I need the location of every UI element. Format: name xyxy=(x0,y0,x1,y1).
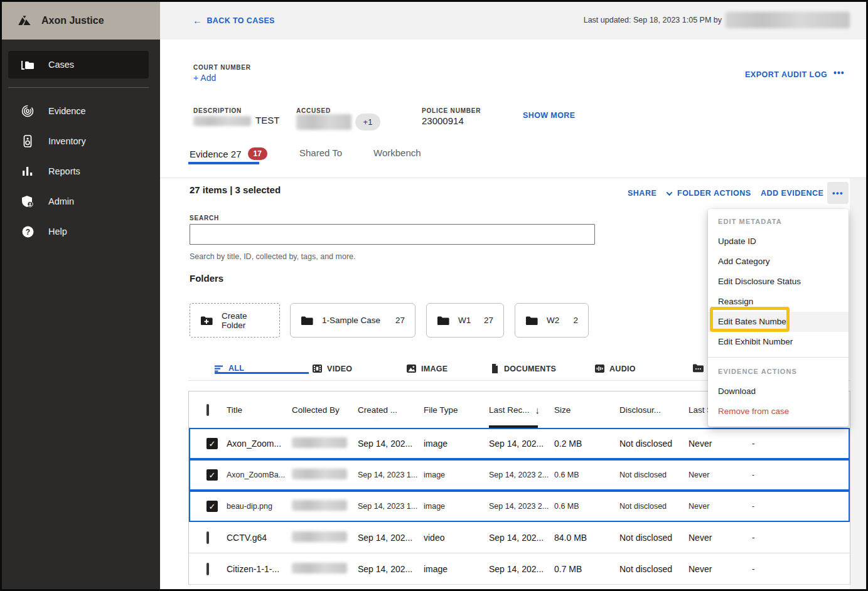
tab-evidence[interactable]: Evidence 27 17 xyxy=(190,147,267,160)
police-number-label: POLICE NUMBER xyxy=(422,107,481,114)
show-more-button[interactable]: SHOW MORE xyxy=(523,111,575,120)
table-row[interactable]: Citizen-1-1-... Sep 14, 202... image Sep… xyxy=(189,553,850,585)
filter-tab-label: VIDEO xyxy=(327,365,352,373)
cell-last-rec: Sep 14, 202... xyxy=(489,439,554,449)
evidence-badge: 17 xyxy=(248,147,267,160)
sidebar-item-help[interactable]: ? Help xyxy=(2,216,160,247)
sidebar-item-evidence[interactable]: Evidence xyxy=(2,96,160,126)
description-label: DESCRIPTION xyxy=(193,107,242,114)
cell-last-shared: Never xyxy=(689,533,752,543)
table-row[interactable]: CCTV.g64 Sep 14, 202... video Sep 14, 20… xyxy=(189,522,850,553)
cell-created: Sep 14, 2023 1... xyxy=(358,502,424,511)
filter-tab-label: IMAGE xyxy=(421,365,447,373)
add-court-number-link[interactable]: + Add xyxy=(193,73,216,83)
documents-icon xyxy=(491,364,499,373)
axon-logo-icon xyxy=(18,14,31,28)
folder-chip[interactable]: 1-Sample Case 27 xyxy=(290,303,415,338)
column-header-file-type[interactable]: File Type xyxy=(424,405,489,415)
audio-icon xyxy=(595,364,604,373)
folder-name: 1-Sample Case xyxy=(322,316,380,325)
export-audit-log-button[interactable]: EXPORT AUDIT LOG xyxy=(745,70,827,79)
row-checkbox-checked[interactable]: ✓ xyxy=(206,469,218,481)
filter-tab-video[interactable]: VIDEO xyxy=(313,364,352,373)
folder-icon xyxy=(437,316,449,326)
court-number-label: COURT NUMBER xyxy=(193,64,251,71)
create-folder-icon xyxy=(200,316,213,326)
column-header-size[interactable]: Size xyxy=(554,405,619,415)
police-number-value: 23000914 xyxy=(422,115,464,126)
column-header-last-rec[interactable]: Last Rec... ↓ xyxy=(489,405,554,415)
table-row[interactable]: ✓ Axon_Zoom... Sep 14, 202... image Sep … xyxy=(189,428,850,459)
menu-item-edit-disclosure-status[interactable]: Edit Disclosure Status xyxy=(708,272,849,292)
back-to-cases-link[interactable]: ← BACK TO CASES xyxy=(193,15,275,26)
cell-title: CCTV.g64 xyxy=(227,533,292,543)
cell-created: Sep 14, 202... xyxy=(358,564,424,574)
search-input[interactable] xyxy=(190,224,595,245)
filter-tab-all[interactable]: ALL xyxy=(215,364,244,373)
topbar: ← BACK TO CASES Last updated: Sep 18, 20… xyxy=(160,2,866,40)
sidebar-item-inventory[interactable]: Inventory xyxy=(2,126,160,156)
column-header-last-rec-label: Last Rec... xyxy=(489,405,530,415)
case-more-icon[interactable]: ••• xyxy=(833,68,845,78)
cell-title: Citizen-1-1-... xyxy=(227,564,292,574)
create-folder-button[interactable]: Create Folder xyxy=(190,303,280,338)
folder-actions-label: FOLDER ACTIONS xyxy=(677,189,751,198)
menu-item-remove-from-case[interactable]: Remove from case xyxy=(708,402,849,422)
cell-last-rec: Sep 14, 2023 2... xyxy=(489,502,554,511)
sidebar-item-label: Admin xyxy=(48,196,74,206)
app-window: Axon Justice Cases Evidence xyxy=(0,0,868,591)
cell-file-type: image xyxy=(424,439,489,449)
evidence-more-button[interactable]: ••• xyxy=(827,182,849,204)
back-arrow-icon: ← xyxy=(193,15,202,26)
sort-down-icon: ↓ xyxy=(535,405,540,415)
row-checkbox[interactable] xyxy=(206,531,209,544)
cell-disclosure: Not disclosed xyxy=(619,533,689,543)
column-header-disclosure[interactable]: Disclosur... xyxy=(619,405,689,415)
table-row[interactable]: ✓ beau-dip.png Sep 14, 2023 1... image S… xyxy=(189,491,850,522)
folder-chip[interactable]: W2 2 xyxy=(515,303,589,338)
share-button[interactable]: SHARE xyxy=(628,189,656,198)
menu-item-reassign[interactable]: Reassign xyxy=(708,292,849,312)
column-header-created[interactable]: Created ... xyxy=(358,405,424,415)
redacted-description xyxy=(193,116,251,126)
menu-item-edit-exhibit-number[interactable]: Edit Exhibit Number xyxy=(708,332,849,352)
filter-tab-documents[interactable]: DOCUMENTS xyxy=(491,364,556,373)
filter-lines-icon xyxy=(215,365,223,373)
menu-item-download[interactable]: Download xyxy=(708,381,849,402)
column-header-collected-by[interactable]: Collected By xyxy=(292,405,358,415)
cell-last-shared: Never xyxy=(689,471,752,479)
tab-workbench[interactable]: Workbench xyxy=(373,147,421,158)
cell-dash: - xyxy=(752,502,849,511)
table-row[interactable]: ✓ Axon_ZoomBa... Sep 14, 2023 1... image… xyxy=(189,459,850,491)
filter-tab-more-types[interactable] xyxy=(693,364,704,373)
cell-size: 0.6 MB xyxy=(554,502,619,511)
menu-item-update-id[interactable]: Update ID xyxy=(708,232,849,252)
cell-file-type: image xyxy=(424,502,489,511)
row-checkbox-checked[interactable]: ✓ xyxy=(206,438,218,449)
row-checkbox[interactable] xyxy=(206,563,209,575)
folder-name: W2 xyxy=(547,316,559,325)
menu-item-add-category[interactable]: Add Category xyxy=(708,252,849,272)
more-actions-menu: EDIT METADATA Update ID Add Category Edi… xyxy=(708,209,849,427)
sidebar-item-admin[interactable]: Admin xyxy=(2,186,160,216)
folder-chip[interactable]: W1 27 xyxy=(426,303,504,338)
folder-actions-button[interactable]: FOLDER ACTIONS xyxy=(667,189,751,198)
sidebar-item-cases[interactable]: Cases xyxy=(8,51,149,78)
select-all-checkbox[interactable] xyxy=(206,404,209,416)
add-evidence-button[interactable]: ADD EVIDENCE xyxy=(761,189,823,198)
column-header-title[interactable]: Title xyxy=(227,405,292,415)
accused-more-chip[interactable]: +1 xyxy=(355,114,380,130)
folder-icon xyxy=(21,58,35,72)
check-icon: ✓ xyxy=(209,471,216,480)
sidebar-item-reports[interactable]: Reports xyxy=(2,156,160,186)
search-helper-text: Search by title, ID, collected by, tags,… xyxy=(190,252,355,261)
filter-tab-audio[interactable]: AUDIO xyxy=(595,364,636,373)
tab-shared-to[interactable]: Shared To xyxy=(299,147,342,158)
folder-count: 27 xyxy=(395,316,405,325)
video-icon xyxy=(313,364,322,373)
filter-tab-image[interactable]: IMAGE xyxy=(407,364,447,373)
case-header-section: COURT NUMBER + Add EXPORT AUDIT LOG ••• … xyxy=(160,40,866,178)
row-checkbox-checked[interactable]: ✓ xyxy=(206,501,218,512)
redacted-collected-by xyxy=(292,469,347,479)
menu-item-edit-bates-number[interactable]: Edit Bates Number xyxy=(708,312,849,332)
